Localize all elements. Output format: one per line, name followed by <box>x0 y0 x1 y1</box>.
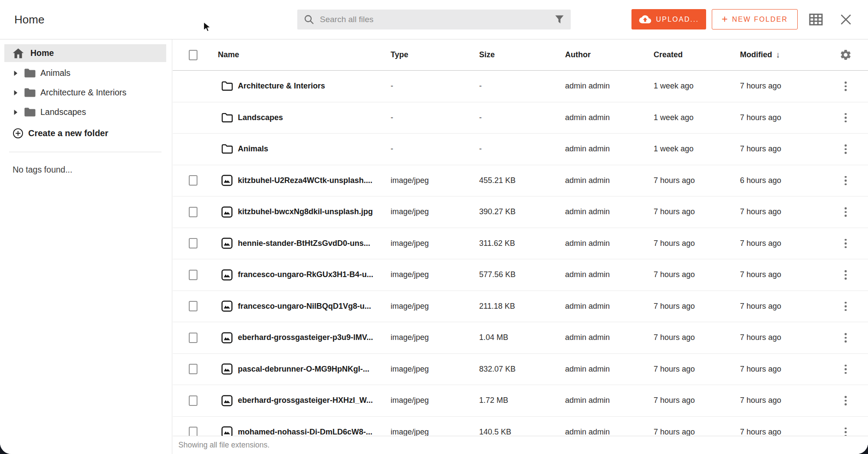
kebab-menu-icon[interactable] <box>842 330 849 345</box>
file-name[interactable]: eberhard-grossgasteiger-HXHzI_W... <box>238 396 373 405</box>
table-row[interactable]: Landscapes - - admin admin 1 week ago 7 … <box>173 102 868 134</box>
row-checkbox[interactable] <box>189 207 197 217</box>
file-modified: 7 hours ago <box>740 82 823 91</box>
file-created: 7 hours ago <box>654 176 740 185</box>
plus-icon: + <box>722 14 728 24</box>
row-checkbox[interactable] <box>189 301 197 311</box>
file-created: 7 hours ago <box>654 239 740 248</box>
file-name[interactable]: Animals <box>238 144 268 154</box>
table-rows: Architecture & Interiors - - admin admin… <box>173 71 868 436</box>
caret-right-icon[interactable] <box>13 90 18 96</box>
kebab-menu-icon[interactable] <box>842 393 849 408</box>
table-row[interactable]: mohamed-nohassi-Di-DmLD6cW8-... image/jp… <box>173 417 868 436</box>
kebab-menu-icon[interactable] <box>842 425 849 436</box>
status-text: Showing all file extensions. <box>178 441 270 450</box>
table-row[interactable]: Animals - - admin admin 1 week ago 7 hou… <box>173 134 868 165</box>
row-checkbox[interactable] <box>189 364 197 374</box>
sidebar-divider <box>9 152 161 152</box>
row-checkbox[interactable] <box>189 238 197 248</box>
column-header-name[interactable]: Name <box>218 50 391 59</box>
column-header-size[interactable]: Size <box>479 50 565 59</box>
file-size: 311.62 KB <box>479 239 565 248</box>
file-created: 7 hours ago <box>654 270 740 279</box>
file-author: admin admin <box>565 302 654 311</box>
image-file-icon <box>221 206 233 218</box>
table-row[interactable]: hennie-stander-BtHtZsGvdD0-uns... image/… <box>173 228 868 260</box>
file-name[interactable]: Architecture & Interiors <box>238 82 325 91</box>
file-size: 1.04 MB <box>479 333 565 342</box>
grid-view-icon[interactable] <box>809 13 823 26</box>
sidebar-folder-item[interactable]: Architecture & Interiors <box>0 83 172 102</box>
file-modified: 6 hours ago <box>740 176 823 185</box>
folder-icon <box>221 113 233 123</box>
file-name[interactable]: francesco-ungaro-RkGUx3H1-B4-u... <box>238 270 373 279</box>
image-file-icon <box>221 175 233 186</box>
kebab-menu-icon[interactable] <box>842 79 849 94</box>
filter-icon[interactable] <box>555 15 564 24</box>
select-all-checkbox[interactable] <box>189 50 197 60</box>
row-checkbox[interactable] <box>189 270 197 280</box>
file-modified: 7 hours ago <box>740 396 823 405</box>
image-file-icon <box>221 363 233 375</box>
file-modified: 7 hours ago <box>740 207 823 216</box>
kebab-menu-icon[interactable] <box>842 111 849 125</box>
file-name[interactable]: hennie-stander-BtHtZsGvdD0-uns... <box>238 239 370 248</box>
home-icon <box>13 48 24 59</box>
table-row[interactable]: pascal-debrunner-O-MG9HpNKgI-... image/j… <box>173 354 868 385</box>
table-row[interactable]: francesco-ungaro-RkGUx3H1-B4-u... image/… <box>173 259 868 291</box>
search-input[interactable] <box>319 14 550 25</box>
gear-icon[interactable] <box>839 49 852 61</box>
row-checkbox[interactable] <box>189 395 197 406</box>
kebab-menu-icon[interactable] <box>842 362 849 377</box>
folder-icon <box>24 88 36 98</box>
file-author: admin admin <box>565 428 654 436</box>
kebab-menu-icon[interactable] <box>842 236 849 251</box>
file-name[interactable]: mohamed-nohassi-Di-DmLD6cW8-... <box>238 428 372 436</box>
sidebar-folder-label: Architecture & Interiors <box>40 88 126 98</box>
sidebar-item-home[interactable]: Home <box>4 44 166 62</box>
file-name[interactable]: Landscapes <box>238 113 283 122</box>
file-name[interactable]: kitzbuhel-bwcxNg8dkiI-unsplash.jpg <box>238 207 373 216</box>
file-name[interactable]: pascal-debrunner-O-MG9HpNKgI-... <box>238 365 369 374</box>
kebab-menu-icon[interactable] <box>842 173 849 188</box>
column-header-modified[interactable]: Modified ↓ <box>740 50 823 60</box>
file-author: admin admin <box>565 239 654 248</box>
close-icon[interactable] <box>839 13 852 26</box>
file-created: 7 hours ago <box>654 207 740 216</box>
caret-right-icon[interactable] <box>13 70 18 76</box>
caret-right-icon[interactable] <box>13 109 18 115</box>
sidebar: Home Animals Architecture & Interiors La… <box>0 39 172 454</box>
table-row[interactable]: francesco-ungaro-NilBQqD1Vg8-u... image/… <box>173 291 868 323</box>
kebab-menu-icon[interactable] <box>842 205 849 219</box>
row-checkbox[interactable] <box>189 333 197 343</box>
column-header-created[interactable]: Created <box>654 50 740 59</box>
create-folder-button[interactable]: Create a new folder <box>13 124 108 143</box>
row-checkbox[interactable] <box>189 427 197 436</box>
file-name[interactable]: eberhard-grossgasteiger-p3u9-lMV... <box>238 333 373 342</box>
folder-icon <box>221 144 233 154</box>
kebab-menu-icon[interactable] <box>842 142 849 157</box>
column-header-type[interactable]: Type <box>391 50 479 59</box>
new-folder-button-label: NEW FOLDER <box>732 16 788 23</box>
new-folder-button[interactable]: + NEW FOLDER <box>712 9 798 29</box>
file-created: 7 hours ago <box>654 428 740 436</box>
table-row[interactable]: eberhard-grossgasteiger-p3u9-lMV... imag… <box>173 322 868 354</box>
screen: Home UPLOAD... <box>0 0 868 454</box>
kebab-menu-icon[interactable] <box>842 299 849 314</box>
kebab-menu-icon[interactable] <box>842 268 849 282</box>
table-row[interactable]: Architecture & Interiors - - admin admin… <box>173 71 868 102</box>
image-file-icon <box>221 238 233 249</box>
upload-button[interactable]: UPLOAD... <box>631 9 706 29</box>
sidebar-folder-item[interactable]: Landscapes <box>0 102 172 122</box>
sidebar-folder-item[interactable]: Animals <box>0 63 172 83</box>
table-row[interactable]: kitzbuhel-bwcxNg8dkiI-unsplash.jpg image… <box>173 196 868 228</box>
file-name[interactable]: kitzbuhel-U2Reza4WCtk-unsplash.... <box>238 176 372 185</box>
circle-plus-icon <box>13 128 23 139</box>
row-checkbox[interactable] <box>189 175 197 186</box>
column-header-author[interactable]: Author <box>565 50 654 59</box>
table-row[interactable]: eberhard-grossgasteiger-HXHzI_W... image… <box>173 385 868 417</box>
image-file-icon <box>221 332 233 343</box>
table-row[interactable]: kitzbuhel-U2Reza4WCtk-unsplash.... image… <box>173 165 868 197</box>
file-name[interactable]: francesco-ungaro-NilBQqD1Vg8-u... <box>238 302 371 311</box>
folder-icon <box>24 68 36 78</box>
